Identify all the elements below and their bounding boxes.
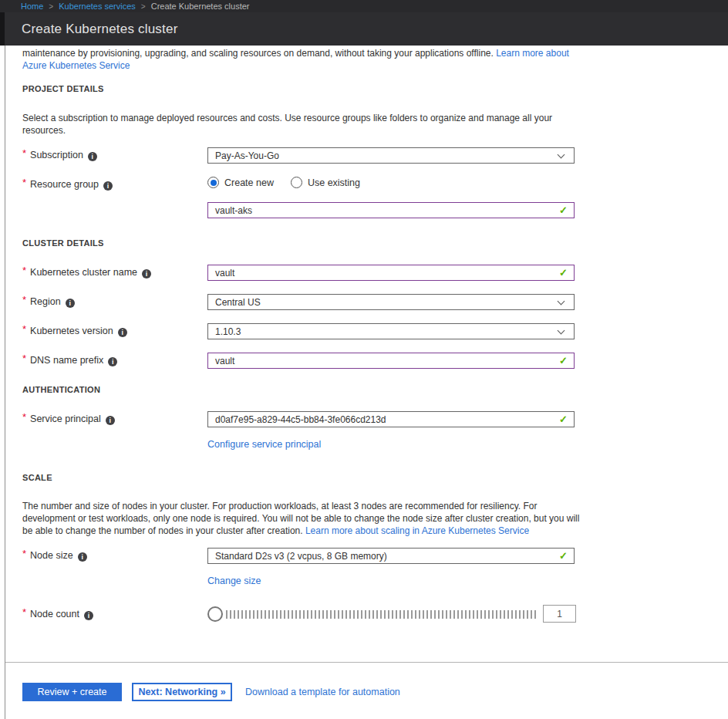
info-icon[interactable]: i bbox=[66, 299, 75, 308]
dns-prefix-value: vault bbox=[215, 356, 234, 366]
download-template-link[interactable]: Download a template for automation bbox=[245, 687, 400, 697]
info-icon[interactable]: i bbox=[78, 552, 87, 562]
intro-text-body: maintenance by provisioning, upgrading, … bbox=[22, 48, 496, 59]
service-principal-label: *Service principali bbox=[22, 414, 115, 425]
valid-check-icon: ✓ bbox=[559, 550, 568, 562]
kubernetes-version-value: 1.10.3 bbox=[215, 326, 241, 337]
info-icon[interactable]: i bbox=[88, 152, 97, 161]
required-marker: * bbox=[22, 323, 26, 335]
service-principal-input[interactable]: d0af7e95-a829-44c5-bb84-3fe066cd213d ✓ bbox=[207, 411, 575, 427]
subscription-dropdown[interactable]: Pay-As-You-Go bbox=[207, 147, 575, 164]
node-count-slider-handle[interactable] bbox=[207, 606, 223, 622]
next-networking-button[interactable]: Next: Networking » bbox=[132, 683, 232, 701]
node-size-label: *Node sizei bbox=[22, 550, 87, 562]
dns-prefix-label: *DNS name prefixi bbox=[22, 355, 117, 366]
node-size-value: Standard D2s v3 (2 vcpus, 8 GB memory) bbox=[215, 551, 387, 562]
breadcrumb-separator-icon: > bbox=[141, 2, 146, 11]
chevron-down-icon bbox=[558, 327, 565, 335]
kubernetes-version-label: *Kubernetes versioni bbox=[22, 326, 127, 337]
required-marker: * bbox=[22, 411, 26, 423]
page-title: Create Kubernetes cluster bbox=[22, 22, 178, 37]
cluster-name-label-text: Kubernetes cluster name bbox=[30, 267, 137, 278]
region-label-text: Region bbox=[30, 296, 61, 307]
node-count-slider-track[interactable] bbox=[226, 610, 538, 619]
required-marker: * bbox=[22, 265, 26, 276]
service-principal-label-text: Service principal bbox=[30, 414, 101, 424]
subscription-label: *Subscriptioni bbox=[22, 150, 97, 161]
configure-service-principal-link[interactable]: Configure service principal bbox=[207, 439, 321, 450]
region-dropdown[interactable]: Central US bbox=[207, 294, 575, 310]
resource-group-radio-group: Create new Use existing bbox=[207, 177, 360, 188]
change-size-link[interactable]: Change size bbox=[207, 576, 261, 586]
radio-create-new-label[interactable]: Create new bbox=[224, 177, 274, 188]
info-icon[interactable]: i bbox=[103, 181, 113, 191]
radio-use-existing-label[interactable]: Use existing bbox=[308, 177, 360, 188]
breadcrumb-home[interactable]: Home bbox=[21, 2, 43, 11]
cluster-name-input[interactable]: vault ✓ bbox=[207, 265, 575, 281]
breadcrumb-kubernetes-services[interactable]: Kubernetes services bbox=[59, 2, 136, 11]
blade-header: Create Kubernetes cluster bbox=[5, 12, 728, 46]
learn-more-scaling-link[interactable]: Learn more about scaling in Azure Kubern… bbox=[305, 525, 529, 536]
breadcrumb: Home > Kubernetes services > Create Kube… bbox=[0, 0, 728, 12]
breadcrumb-separator-icon: > bbox=[49, 2, 53, 11]
required-marker: * bbox=[22, 353, 26, 364]
required-marker: * bbox=[22, 548, 26, 559]
dns-prefix-input[interactable]: vault ✓ bbox=[207, 353, 575, 369]
info-icon[interactable]: i bbox=[108, 357, 117, 366]
cluster-name-value: vault bbox=[215, 268, 234, 278]
section-project-details: PROJECT DETAILS bbox=[22, 84, 104, 93]
required-marker: * bbox=[22, 147, 26, 159]
dns-prefix-label-text: DNS name prefix bbox=[30, 355, 103, 366]
section-authentication: AUTHENTICATION bbox=[22, 385, 100, 394]
region-value: Central US bbox=[215, 297, 261, 308]
radio-use-existing[interactable] bbox=[291, 177, 302, 188]
section-cluster-details: CLUSTER DETAILS bbox=[22, 238, 104, 248]
kubernetes-version-dropdown[interactable]: 1.10.3 bbox=[207, 323, 575, 339]
service-principal-value: d0af7e95-a829-44c5-bb84-3fe066cd213d bbox=[215, 414, 386, 425]
radio-create-new[interactable] bbox=[207, 177, 219, 188]
project-details-description: Select a subscription to manage deployed… bbox=[22, 112, 562, 137]
info-icon[interactable]: i bbox=[118, 328, 127, 337]
node-count-row: 1 bbox=[5, 606, 728, 625]
create-cluster-blade: maintenance by provisioning, upgrading, … bbox=[5, 46, 728, 719]
footer-divider bbox=[5, 662, 728, 663]
valid-check-icon: ✓ bbox=[559, 267, 568, 278]
resource-group-label-text: Resource group bbox=[30, 179, 99, 190]
review-create-button[interactable]: Review + create bbox=[22, 683, 122, 701]
required-marker: * bbox=[22, 177, 26, 188]
chevron-down-icon bbox=[558, 298, 565, 305]
breadcrumb-current: Create Kubernetes cluster bbox=[151, 2, 250, 11]
node-size-label-text: Node size bbox=[30, 550, 73, 561]
intro-text: maintenance by provisioning, upgrading, … bbox=[22, 47, 573, 72]
resource-group-name-input[interactable]: vault-aks ✓ bbox=[207, 202, 575, 218]
cluster-name-label: *Kubernetes cluster namei bbox=[22, 267, 151, 278]
section-scale: SCALE bbox=[22, 473, 52, 482]
info-icon[interactable]: i bbox=[106, 416, 115, 425]
scale-description: The number and size of nodes in your clu… bbox=[22, 500, 582, 537]
chevron-down-icon bbox=[558, 151, 565, 159]
subscription-label-text: Subscription bbox=[30, 150, 83, 160]
valid-check-icon: ✓ bbox=[559, 414, 568, 425]
footer: Review + create Next: Networking » Downl… bbox=[5, 683, 728, 706]
info-icon[interactable]: i bbox=[142, 269, 151, 278]
subscription-value: Pay-As-You-Go bbox=[215, 150, 279, 161]
valid-check-icon: ✓ bbox=[559, 204, 568, 216]
required-marker: * bbox=[22, 294, 26, 305]
region-label: *Regioni bbox=[22, 296, 75, 308]
kubernetes-version-label-text: Kubernetes version bbox=[30, 326, 113, 336]
node-count-input[interactable]: 1 bbox=[543, 605, 576, 623]
page: Home > Kubernetes services > Create Kube… bbox=[0, 0, 728, 719]
valid-check-icon: ✓ bbox=[559, 355, 568, 366]
resource-group-name-value: vault-aks bbox=[215, 205, 252, 216]
node-size-field[interactable]: Standard D2s v3 (2 vcpus, 8 GB memory) ✓ bbox=[207, 548, 575, 564]
resource-group-label: *Resource groupi bbox=[22, 179, 113, 191]
